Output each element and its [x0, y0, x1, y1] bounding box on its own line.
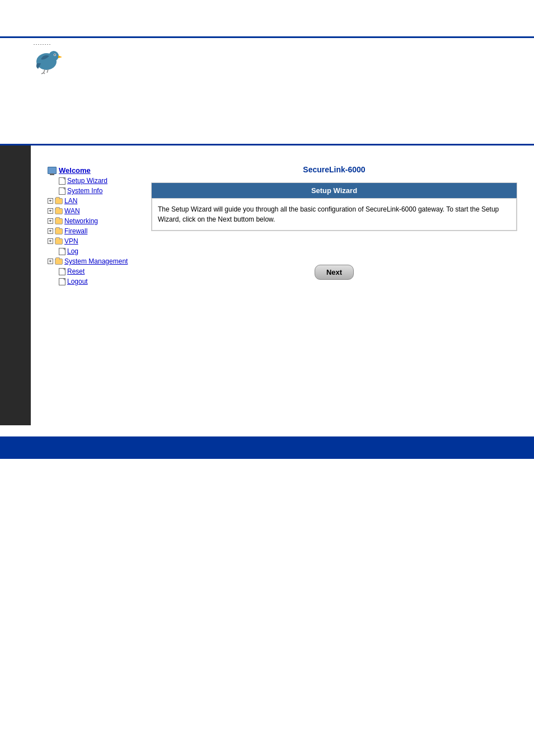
- svg-rect-5: [43, 44, 44, 45]
- svg-rect-4: [40, 44, 41, 45]
- folder-icon-lan: [55, 198, 63, 204]
- next-button[interactable]: Next: [315, 265, 354, 280]
- svg-rect-1: [34, 44, 35, 45]
- nav-item-wan[interactable]: + WAN: [48, 206, 134, 216]
- svg-point-13: [54, 54, 55, 55]
- folder-icon-system-mgmt: [55, 259, 63, 265]
- svg-line-16: [41, 73, 44, 74]
- nav-item-system-management[interactable]: + System Management: [48, 256, 134, 266]
- top-divider-line: [0, 36, 534, 38]
- expand-icon-wan[interactable]: +: [48, 208, 53, 214]
- nav-label-logout[interactable]: Logout: [67, 278, 88, 285]
- wizard-header: Setup Wizard: [152, 183, 517, 198]
- expand-icon-networking[interactable]: +: [48, 218, 53, 224]
- nav-item-logout[interactable]: Logout: [48, 276, 134, 287]
- svg-marker-11: [58, 55, 62, 58]
- page-icon-setup-wizard: [59, 177, 65, 185]
- device-title: SecureLink-6000: [151, 159, 517, 174]
- page-icon-log: [59, 248, 65, 255]
- wizard-body-text: The Setup Wizard will guide you through …: [158, 204, 510, 224]
- wizard-header-text: Setup Wizard: [311, 186, 357, 195]
- nav-item-reset[interactable]: Reset: [48, 266, 134, 276]
- expand-icon-vpn[interactable]: +: [48, 238, 53, 244]
- nav-label-wan[interactable]: WAN: [64, 207, 80, 215]
- page-wrapper: Welcome Setup Wizard System Info + LAN: [0, 0, 534, 756]
- main-panel: SecureLink-6000 Setup Wizard The Setup W…: [146, 154, 523, 417]
- nav-label-lan[interactable]: LAN: [64, 197, 77, 205]
- folder-icon-firewall: [55, 228, 63, 234]
- monitor-icon: [48, 167, 57, 174]
- svg-line-17: [44, 73, 45, 74]
- svg-rect-0: [32, 44, 55, 47]
- navigation-tree: Welcome Setup Wizard System Info + LAN: [42, 154, 140, 417]
- nav-item-system-info[interactable]: System Info: [48, 186, 134, 196]
- wizard-section: Setup Wizard The Setup Wizard will guide…: [151, 182, 517, 231]
- brand-logo: [32, 44, 63, 74]
- folder-icon-networking: [55, 218, 63, 224]
- svg-rect-3: [38, 44, 39, 45]
- nav-label-setup-wizard[interactable]: Setup Wizard: [67, 177, 107, 185]
- nav-item-setup-wizard[interactable]: Setup Wizard: [48, 176, 134, 186]
- svg-rect-7: [47, 44, 48, 45]
- nav-label-log[interactable]: Log: [67, 247, 78, 255]
- nav-item-firewall[interactable]: + Firewall: [48, 226, 134, 236]
- nav-label-reset[interactable]: Reset: [67, 267, 85, 275]
- nav-item-networking[interactable]: + Networking: [48, 216, 134, 226]
- bottom-footer: [0, 436, 534, 459]
- folder-icon-vpn: [55, 238, 63, 245]
- nav-label-welcome[interactable]: Welcome: [59, 166, 91, 175]
- nav-label-firewall[interactable]: Firewall: [64, 227, 87, 235]
- nav-label-vpn[interactable]: VPN: [64, 237, 78, 245]
- svg-rect-8: [49, 44, 50, 45]
- svg-line-14: [44, 69, 45, 73]
- expand-icon-lan[interactable]: +: [48, 198, 53, 204]
- page-icon-reset: [59, 268, 65, 275]
- page-icon-system-info: [59, 187, 65, 195]
- nav-item-welcome[interactable]: Welcome: [48, 165, 134, 176]
- svg-point-10: [49, 51, 59, 61]
- svg-rect-6: [45, 44, 46, 45]
- nav-label-system-management[interactable]: System Management: [64, 257, 128, 265]
- bottom-divider-line: [0, 144, 534, 145]
- nav-item-vpn[interactable]: + VPN: [48, 236, 134, 246]
- upper-decorative: [0, 0, 534, 145]
- folder-icon-wan: [55, 208, 63, 214]
- nav-label-system-info[interactable]: System Info: [67, 187, 102, 195]
- nav-item-lan[interactable]: + LAN: [48, 196, 134, 206]
- main-section: Welcome Setup Wizard System Info + LAN: [0, 145, 534, 425]
- wizard-body: The Setup Wizard will guide you through …: [152, 198, 517, 231]
- nav-item-log[interactable]: Log: [48, 246, 134, 256]
- logo-area: [32, 44, 63, 74]
- page-icon-logout: [59, 278, 65, 285]
- svg-rect-2: [36, 44, 37, 45]
- sidebar-strip: [0, 145, 31, 425]
- button-area: Next: [151, 265, 517, 280]
- expand-icon-firewall[interactable]: +: [48, 228, 53, 234]
- expand-icon-system-mgmt[interactable]: +: [48, 259, 53, 264]
- nav-label-networking[interactable]: Networking: [64, 217, 98, 225]
- content-wrapper: Welcome Setup Wizard System Info + LAN: [31, 145, 534, 425]
